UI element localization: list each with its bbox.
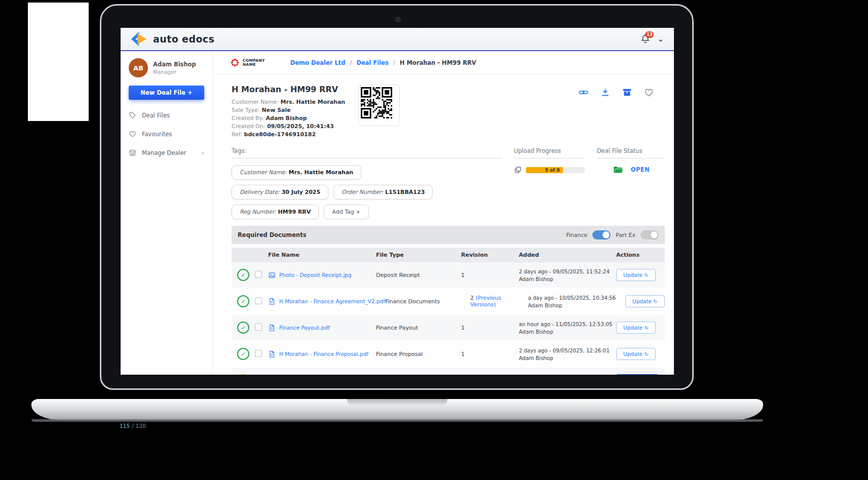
new-deal-file-button[interactable]: New Deal File + — [129, 86, 204, 100]
col-actions: Actions — [616, 252, 665, 258]
breadcrumb-link[interactable]: Demo Dealer Ltd — [290, 59, 346, 66]
breadcrumb-link[interactable]: Deal Files — [356, 59, 388, 66]
page-title: H Morahan - HM99 RRV — [232, 85, 345, 94]
update-button[interactable]: Update ↻ — [616, 269, 656, 281]
breadcrumb-separator: / — [393, 59, 395, 66]
table-row: ✓ Photo - Deposit Receipt.jpg Deposit Re… — [232, 262, 665, 289]
user-role: Manager — [153, 69, 196, 75]
store-icon — [129, 149, 136, 156]
table-row: ✓ H Morahan - Finance Proposal.pdf Finan… — [232, 341, 665, 368]
qr-code — [358, 85, 400, 126]
required-documents-bar: Required Documents Finance Part Ex — [232, 226, 665, 244]
laptop-base-edge — [31, 419, 763, 422]
favourite-heart-icon[interactable] — [644, 88, 654, 97]
row-checkbox[interactable] — [255, 297, 262, 304]
row-checkbox[interactable] — [255, 350, 262, 357]
main-panel: COMPANY NAME Demo Dealer Ltd /Deal Files… — [213, 51, 674, 375]
status-complete-icon: ✓ — [237, 348, 249, 360]
tag-chip[interactable]: Customer Name: Mrs. Hattie Morahan — [232, 165, 361, 180]
upload-button[interactable]: Upload ⬆ — [616, 374, 659, 375]
breadcrumb-current: H Morahan - HM99 RRV — [400, 59, 476, 66]
toggle-label-part-ex: Part Ex — [616, 232, 635, 238]
upload-progress-fill: 5 of 8 — [526, 167, 563, 173]
counter-total: 120 — [136, 423, 146, 429]
tag-chip[interactable]: Order Number: L151BBA123 — [333, 185, 433, 199]
refresh-icon: ↻ — [644, 351, 648, 357]
chevron-down-icon[interactable]: ⌄ — [657, 36, 664, 42]
status-badge: OPEN — [631, 166, 650, 173]
pdf-file-icon — [268, 350, 276, 358]
app-title: auto edocs — [153, 33, 214, 45]
download-icon[interactable] — [600, 88, 610, 97]
sidebar-item-manage-dealer[interactable]: Manage Dealer › — [121, 143, 212, 162]
breadcrumb-separator: / — [350, 59, 352, 66]
upload-progress-label: Upload Progress — [514, 147, 585, 158]
sidebar-item-favourites[interactable]: Favourites — [121, 125, 212, 143]
toggle-label-finance: Finance — [566, 232, 587, 238]
refresh-icon: ↻ — [653, 299, 657, 304]
sidebar-nav: Deal Files Favourites Manage Dealer › — [121, 106, 212, 162]
finance-toggle[interactable] — [592, 230, 611, 239]
table-row: ✓ Finance Payout.pdf Finance Payout 1an … — [232, 315, 665, 341]
documents-table: File Name File Type Revision Added Actio… — [232, 248, 665, 375]
breadcrumb: COMPANY NAME Demo Dealer Ltd /Deal Files… — [213, 51, 674, 74]
deal-detail-line: Customer Name: Mrs. Hattie Morahan — [232, 99, 345, 105]
update-button[interactable]: Update ↻ — [616, 348, 656, 360]
user-profile: AB Adam Bishop Manager — [121, 58, 212, 77]
chevron-right-icon: › — [202, 149, 204, 156]
tag-chip[interactable]: Delivery Date: 30 July 2025 — [232, 185, 328, 199]
revision-value: 1 — [461, 325, 465, 331]
col-added: Added — [519, 252, 616, 258]
file-name-link[interactable]: H Morahan - Finance Proposal.pdf — [279, 351, 368, 357]
file-type: Finance Documents — [385, 298, 470, 305]
notification-bell-icon[interactable]: 13 — [640, 34, 650, 44]
archive-icon[interactable] — [622, 88, 632, 97]
sidebar-item-label: Favourites — [142, 131, 172, 138]
file-type: Finance Payout — [376, 325, 461, 331]
table-row: ✓ H Morahan - Finance Agreement_V2.pdf F… — [232, 289, 665, 315]
copy-link-icon[interactable] — [579, 88, 588, 97]
file-type: Deposit Receipt — [376, 272, 461, 278]
update-button[interactable]: Update ↻ — [616, 322, 656, 334]
company-name-line2: NAME — [243, 62, 256, 67]
added-time: 2 days ago - 09/05/2025, 11:52:24 — [519, 268, 616, 274]
status-complete-icon: ✓ — [237, 322, 249, 334]
file-name-link[interactable]: H Morahan - Finance Agreement_V2.pdf — [279, 298, 385, 304]
file-name-link[interactable]: Photo - Deposit Receipt.jpg — [279, 272, 352, 278]
image-file-icon — [268, 271, 276, 279]
file-name-link[interactable]: Finance Payout.pdf — [279, 325, 330, 331]
added-by: Adam Bishop — [528, 302, 625, 308]
pdf-file-icon — [268, 298, 276, 305]
revision-value: 1 — [461, 272, 465, 278]
sidebar: AB Adam Bishop Manager New Deal File + D… — [121, 51, 213, 375]
sidebar-item-deal-files[interactable]: Deal Files — [121, 106, 212, 125]
status-complete-icon: ✓ — [237, 295, 249, 307]
revision-value: 2 — [470, 295, 474, 301]
update-button[interactable]: Update ↻ — [625, 295, 665, 307]
added-time: 2 days ago - 09/05/2025, 12:26:01 — [519, 347, 616, 353]
row-checkbox[interactable] — [255, 271, 262, 278]
counter-separator: / — [132, 423, 136, 429]
sidebar-item-label: Deal Files — [142, 112, 170, 119]
part-ex-toggle[interactable] — [640, 230, 659, 239]
row-checkbox[interactable] — [255, 324, 262, 331]
refresh-icon: ↻ — [644, 272, 648, 278]
status-complete-icon: ✓ — [237, 269, 249, 281]
previous-versions-link[interactable]: (Previous Versions) — [470, 295, 501, 308]
user-name: Adam Bishop — [153, 61, 196, 68]
col-revision: Revision — [461, 252, 519, 258]
pdf-file-icon — [268, 324, 276, 332]
status-missing-icon: ✕ — [237, 374, 249, 375]
laptop-webcam — [395, 17, 401, 22]
notification-badge: 13 — [645, 31, 654, 38]
auto-edocs-logo-icon — [130, 31, 148, 47]
added-by: Adam Bishop — [519, 276, 616, 282]
added-by: Adam Bishop — [519, 329, 616, 335]
add-tag-button[interactable]: Add Tag + — [324, 205, 368, 219]
documents-copy-icon — [514, 166, 522, 174]
tag-chip[interactable]: Reg Number: HM99 RRV — [232, 205, 319, 219]
deal-detail-line: Created On: 09/05/2025, 10:41:43 — [232, 123, 345, 130]
open-folder-icon — [612, 164, 624, 175]
company-logo: COMPANY NAME — [231, 58, 265, 67]
tag-icon — [129, 111, 136, 119]
